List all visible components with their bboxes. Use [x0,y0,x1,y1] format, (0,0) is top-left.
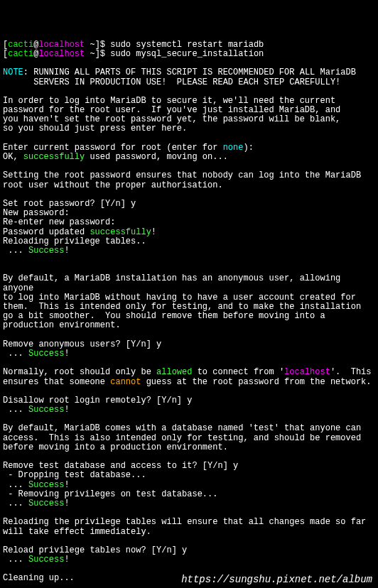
testdb-prompt: Remove test database and access to it? [… [3,461,238,471]
rootpw-reload: Reloading privilege tables.. [3,236,146,246]
anon-line-3: them. This is intended only for testing,… [3,302,361,312]
anon-line-5: production environment. [3,320,121,330]
reload-line-2: will take effect immediately. [3,527,151,537]
anon-excl: ! [64,349,69,359]
remote-line-2-p2: guess at the root password from the netw… [141,377,371,387]
remote-excl: ! [64,405,69,415]
remote-line-2-p1: ensures that someone [3,377,110,387]
reload-excl: ! [64,555,69,565]
remote-localhost: localhost [284,367,330,377]
password-successfully: successfully [23,152,85,162]
note-label: NOTE [3,67,23,77]
remote-allowed: allowed [156,367,192,377]
rootpw-successfully: successfully [90,227,151,237]
anon-line-2: to log into MariaDB without having to ha… [3,293,356,303]
command-1: sudo systemctl restart mariadb [110,40,264,50]
intro-line-2: password for the root user. If you've ju… [3,105,340,115]
testdb-dots-2: ... [3,499,28,508]
watermark-text: https://sungshu.pixnet.net/album [181,575,372,585]
rootpw-prompt: Set root password? [Y/n] y [3,199,136,209]
reload-success: Success [28,555,64,565]
note-text-2: SERVERS IN PRODUCTION USE! PLEASE READ E… [3,77,340,87]
rootpw-line-1: Setting the root password ensures that n… [3,170,361,180]
anon-dots: ... [3,349,28,359]
intro-line-1: In order to log into MariaDB to secure i… [3,96,335,106]
anon-prompt: Remove anonymous users? [Y/n] y [3,339,161,349]
testdb-excl-1: ! [64,480,69,490]
password-end: ): [243,143,253,153]
testdb-drop: - Dropping test database... [3,470,146,480]
terminal-output: [cacti@localhost ~]$ sudo systemctl rest… [3,40,375,588]
testdb-line-1: By default, MariaDB comes with a databas… [3,423,361,433]
remote-success: Success [28,405,64,415]
rootpw-excl: ! [151,227,156,237]
rootpw-reenter: Re-enter new password: [3,217,115,227]
intro-line-4: so you should just press enter here. [3,124,187,134]
password-none: none [223,143,244,153]
prompt-path: ~ [85,49,94,59]
remote-dots: ... [3,405,28,415]
testdb-excl-2: ! [64,499,69,508]
command-2: sudo mysql_secure_installation [110,49,264,59]
rootpw-line-2: root user without the proper authorisati… [3,180,223,190]
intro-line-3: you haven't set the root password yet, t… [3,114,340,124]
prompt-user: cacti [8,49,33,59]
prompt-path: ~ [85,40,94,50]
testdb-dots-1: ... [3,480,28,490]
reload-line-1: Reloading the privilege tables will ensu… [3,517,366,527]
remote-prompt: Disallow root login remotely? [Y/n] y [3,396,192,405]
rootpw-excl2: ! [64,246,69,256]
prompt-user: cacti [8,40,33,50]
testdb-line-3: before moving into a production environm… [3,442,228,452]
prompt-end: ]$ [95,49,111,59]
note-text-1: : RUNNING ALL PARTS OF THIS SCRIPT IS RE… [23,67,356,77]
remote-cannot: cannot [110,377,141,387]
remote-line-1-p3: '. This [330,367,372,377]
rootpw-updated: Password updated [3,227,90,237]
anon-line-4: go a bit smoother. You should remove the… [3,311,325,321]
password-moving: used password, moving on... [85,152,228,162]
prompt-end: ]$ [95,40,111,50]
password-ok: OK, [3,152,23,162]
prompt-host: localhost [38,40,85,50]
rootpw-success: Success [28,246,64,256]
testdb-remove: - Removing privileges on test database..… [3,489,217,499]
anon-line-1: By default, a MariaDB installation has a… [3,273,345,293]
testdb-line-2: access. This is also intended only for t… [3,433,361,443]
rootpw-dots: ... [3,246,28,256]
reload-dots: ... [3,555,28,565]
testdb-success-1: Success [28,480,64,490]
testdb-success-2: Success [28,499,64,508]
anon-success: Success [28,349,64,359]
remote-line-1-p2: to connect from ' [192,367,284,377]
password-prompt: Enter current password for root (enter f… [3,143,223,153]
rootpw-new: New password: [3,208,70,218]
cleanup-text: Cleaning up... [3,573,75,583]
prompt-host: localhost [38,49,85,59]
remote-line-1-p1: Normally, root should only be [3,367,156,377]
reload-prompt: Reload privilege tables now? [Y/n] y [3,545,187,555]
